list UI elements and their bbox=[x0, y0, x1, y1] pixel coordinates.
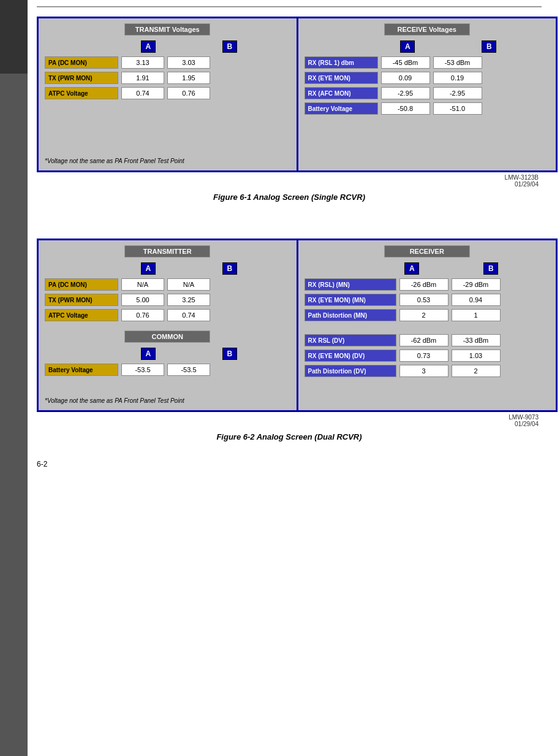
receiver-row-2: Path Distortion (MN) 2 1 bbox=[305, 309, 550, 321]
common-section: COMMON A B Battery Voltage -53.5 -53.5 bbox=[45, 330, 290, 376]
receiver-row-0: RX (RSL) (MN) -26 dBm -29 dBm bbox=[305, 278, 550, 291]
transmit-row-1: TX (PWR MON) 1.91 1.95 bbox=[45, 72, 290, 84]
transmitter-row-2: ATPC Voltage 0.76 0.74 bbox=[45, 309, 290, 321]
receive-label-1: RX (EYE MON) bbox=[305, 72, 378, 84]
receive-col-a: A bbox=[400, 40, 415, 53]
figure1-panel: TRANSMIT Voltages A B PA (DC MON) 3.13 3… bbox=[37, 17, 558, 172]
transmit-col-a: A bbox=[141, 40, 156, 53]
transmitter-label-0: PA (DC MON) bbox=[45, 278, 118, 291]
transmitter-val-b-1: 3.25 bbox=[167, 294, 210, 306]
transmitter-title: TRANSMITTER bbox=[124, 245, 210, 258]
receive-row-0: RX (RSL 1) dbm -45 dBm -53 dBm bbox=[305, 56, 550, 69]
transmit-ab-headers: A B bbox=[45, 40, 290, 53]
transmitter-label-2: ATPC Voltage bbox=[45, 309, 118, 321]
receive-val-a-3: -50.8 bbox=[381, 102, 430, 115]
receiver-val-a-0: -26 dBm bbox=[399, 278, 448, 291]
transmitter-col-a: A bbox=[141, 262, 156, 275]
figure1-lmw: LMW-3123B 01/29/04 bbox=[37, 174, 542, 188]
receiver-row-4: RX (EYE MON) (DV) 0.73 1.03 bbox=[305, 349, 550, 362]
receiver-row-3: RX RSL (DV) -62 dBm -33 dBm bbox=[305, 334, 550, 346]
receiver-col-a: A bbox=[404, 262, 419, 275]
common-val-a-0: -53.5 bbox=[121, 364, 164, 376]
transmit-val-b-0: 3.03 bbox=[167, 56, 210, 69]
transmit-val-a-0: 3.13 bbox=[121, 56, 164, 69]
receive-val-a-0: -45 dBm bbox=[381, 56, 430, 69]
receiver-val-b-4: 1.03 bbox=[452, 349, 501, 362]
page-number: 6-2 bbox=[37, 460, 542, 468]
transmit-row-2: ATPC Voltage 0.74 0.76 bbox=[45, 87, 290, 99]
receiver-val-b-1: 0.94 bbox=[452, 294, 501, 306]
transmitter-panel: TRANSMITTER A B PA (DC MON) N/A N/A TX (… bbox=[39, 240, 298, 410]
receiver-val-a-5: 3 bbox=[399, 365, 448, 377]
receiver-val-a-4: 0.73 bbox=[399, 349, 448, 362]
receive-row-2: RX (AFC MON) -2.95 -2.95 bbox=[305, 87, 550, 99]
transmitter-row-1: TX (PWR MON) 5.00 3.25 bbox=[45, 294, 290, 306]
common-row-0: Battery Voltage -53.5 -53.5 bbox=[45, 364, 290, 376]
transmitter-footnote: *Voltage not the same as PA Front Panel … bbox=[45, 397, 290, 404]
common-ab-headers: A B bbox=[45, 348, 290, 360]
transmit-panel: TRANSMIT Voltages A B PA (DC MON) 3.13 3… bbox=[39, 18, 298, 170]
transmit-val-a-1: 1.91 bbox=[121, 72, 164, 84]
receive-val-b-3: -51.0 bbox=[433, 102, 482, 115]
common-title: COMMON bbox=[124, 330, 210, 343]
receiver-val-b-3: -33 dBm bbox=[452, 334, 501, 346]
receiver-ab-headers: A B bbox=[305, 262, 550, 275]
top-rule bbox=[37, 6, 542, 7]
receive-label-2: RX (AFC MON) bbox=[305, 87, 378, 99]
receive-val-b-0: -53 dBm bbox=[433, 56, 482, 69]
receiver-val-a-3: -62 dBm bbox=[399, 334, 448, 346]
receiver-label-0: RX (RSL) (MN) bbox=[305, 278, 396, 291]
receiver-label-5: Path Distortion (DV) bbox=[305, 365, 396, 377]
transmitter-row-0: PA (DC MON) N/A N/A bbox=[45, 278, 290, 291]
transmit-row-0: PA (DC MON) 3.13 3.03 bbox=[45, 56, 290, 69]
transmitter-col-b: B bbox=[222, 262, 237, 275]
transmitter-val-a-1: 5.00 bbox=[121, 294, 164, 306]
figure2-panel: TRANSMITTER A B PA (DC MON) N/A N/A TX (… bbox=[37, 239, 558, 412]
receiver-row-5: Path Distortion (DV) 3 2 bbox=[305, 365, 550, 377]
receive-label-3: Battery Voltage bbox=[305, 102, 378, 115]
receive-val-a-1: 0.09 bbox=[381, 72, 430, 84]
receiver-val-b-0: -29 dBm bbox=[452, 278, 501, 291]
receiver-panel: RECEIVER A B RX (RSL) (MN) -26 dBm -29 d… bbox=[298, 240, 556, 410]
transmit-label-1: TX (PWR MON) bbox=[45, 72, 118, 84]
transmit-val-b-2: 0.76 bbox=[167, 87, 210, 99]
receiver-label-3: RX RSL (DV) bbox=[305, 334, 396, 346]
receiver-val-b-2: 1 bbox=[452, 309, 501, 321]
receive-val-a-2: -2.95 bbox=[381, 87, 430, 99]
transmitter-ab-headers: A B bbox=[45, 262, 290, 275]
sidebar-mid bbox=[0, 74, 28, 756]
receiver-label-2: Path Distortion (MN) bbox=[305, 309, 396, 321]
receive-col-b: B bbox=[482, 40, 496, 53]
left-sidebar bbox=[0, 0, 28, 756]
transmit-title: TRANSMIT Voltages bbox=[124, 23, 210, 36]
transmitter-label-1: TX (PWR MON) bbox=[45, 294, 118, 306]
transmit-val-b-1: 1.95 bbox=[167, 72, 210, 84]
receiver-val-a-1: 0.53 bbox=[399, 294, 448, 306]
transmit-col-b: B bbox=[222, 40, 237, 53]
receiver-label-1: RX (EYE MON) (MN) bbox=[305, 294, 396, 306]
receiver-title: RECEIVER bbox=[384, 245, 470, 258]
receive-panel: RECEIVE Voltages A B RX (RSL 1) dbm -45 … bbox=[298, 18, 556, 170]
figure1-block: TRANSMIT Voltages A B PA (DC MON) 3.13 3… bbox=[37, 17, 542, 202]
receiver-val-b-5: 2 bbox=[452, 365, 501, 377]
transmit-label-0: PA (DC MON) bbox=[45, 56, 118, 69]
transmitter-val-a-2: 0.76 bbox=[121, 309, 164, 321]
common-col-a: A bbox=[141, 348, 156, 360]
receive-label-0: RX (RSL 1) dbm bbox=[305, 56, 378, 69]
figure2-lmw: LMW-9073 01/29/04 bbox=[37, 414, 542, 427]
sidebar-top bbox=[0, 0, 28, 74]
transmitter-val-a-0: N/A bbox=[121, 278, 164, 291]
receive-val-b-1: 0.19 bbox=[433, 72, 482, 84]
transmitter-val-b-2: 0.74 bbox=[167, 309, 210, 321]
figure2-block: TRANSMITTER A B PA (DC MON) N/A N/A TX (… bbox=[37, 239, 542, 441]
receive-title: RECEIVE Voltages bbox=[384, 23, 470, 36]
transmit-label-2: ATPC Voltage bbox=[45, 87, 118, 99]
common-val-b-0: -53.5 bbox=[167, 364, 210, 376]
transmit-footnote: *Voltage not the same as PA Front Panel … bbox=[45, 158, 290, 164]
common-col-b: B bbox=[222, 348, 237, 360]
receive-val-b-2: -2.95 bbox=[433, 87, 482, 99]
receiver-row-1: RX (EYE MON) (MN) 0.53 0.94 bbox=[305, 294, 550, 306]
common-label-0: Battery Voltage bbox=[45, 364, 118, 376]
figure2-caption: Figure 6-2 Analog Screen (Dual RCVR) bbox=[37, 432, 542, 441]
receive-row-3: Battery Voltage -50.8 -51.0 bbox=[305, 102, 550, 115]
